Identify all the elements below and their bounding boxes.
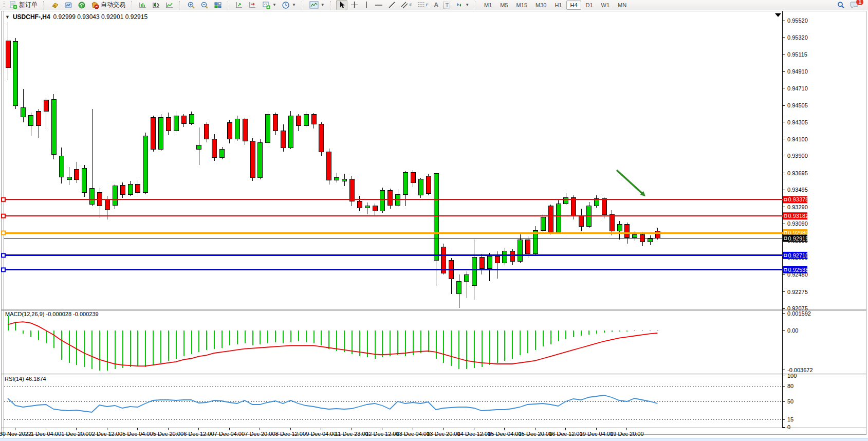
mt4-terminal: 新订单 xyxy=(0,0,868,441)
separator xyxy=(475,1,478,9)
line-chart-icon xyxy=(165,1,174,9)
svg-text:15: 15 xyxy=(787,416,793,422)
trendline-tool-button[interactable] xyxy=(386,0,398,10)
separator xyxy=(43,1,46,9)
chart-template-button[interactable]: ▼ xyxy=(307,0,327,10)
hline-handle[interactable] xyxy=(2,268,5,271)
rsi-indicator-label: RSI(14) 46.1874 xyxy=(5,376,46,382)
crosshair-tool-button[interactable] xyxy=(348,0,360,10)
timeframe-h1[interactable]: H1 xyxy=(551,1,565,10)
svg-text:13 Dec 04:00: 13 Dec 04:00 xyxy=(396,431,430,437)
bar-chart-button[interactable] xyxy=(137,0,149,10)
svg-text:15 Dec 20:00: 15 Dec 20:00 xyxy=(519,431,552,437)
svg-text:5 Dec 20:00: 5 Dec 20:00 xyxy=(153,431,183,437)
arrows-tool-button[interactable]: ▼ xyxy=(453,0,471,10)
svg-text:0.00: 0.00 xyxy=(787,327,798,334)
bar-chart-icon xyxy=(139,1,147,9)
text-tool-button[interactable]: A xyxy=(432,0,440,10)
hline-handle[interactable] xyxy=(2,231,5,235)
timeframe-m15[interactable]: M15 xyxy=(513,1,531,10)
svg-text:0.93290: 0.93290 xyxy=(787,204,808,210)
fibonacci-sub-label: F xyxy=(426,3,429,7)
annotation-arrow[interactable] xyxy=(617,170,645,196)
svg-text:6 Dec 12:00: 6 Dec 12:00 xyxy=(183,431,214,437)
auto-scroll-button[interactable] xyxy=(233,0,246,10)
svg-text:11 Dec 23:00: 11 Dec 23:00 xyxy=(335,431,368,437)
new-chart-button[interactable]: ▼ xyxy=(260,0,279,10)
timeframe-h4[interactable]: H4 xyxy=(566,1,581,10)
text-tool-icon: A xyxy=(434,1,438,9)
cursor-tool-button[interactable] xyxy=(336,0,347,10)
scroll-to-end-marker xyxy=(775,13,781,17)
svg-text:19 Dec 04:00: 19 Dec 04:00 xyxy=(580,431,613,437)
svg-text:8 Dec 12:00: 8 Dec 12:00 xyxy=(275,431,306,437)
autotrade-icon xyxy=(91,1,99,9)
time-axis: 30 Nov 20221 Dec 04:001 Dec 20:002 Dec 1… xyxy=(0,428,644,437)
text-label-tool-icon: T xyxy=(444,2,450,9)
svg-text:0.92275: 0.92275 xyxy=(787,289,808,295)
timeframe-d1[interactable]: D1 xyxy=(582,1,597,10)
candlesticks xyxy=(6,22,660,308)
timeframe-mn[interactable]: MN xyxy=(614,1,630,10)
equidistant-channel-icon xyxy=(401,1,409,9)
market-watch-button[interactable] xyxy=(49,0,61,10)
svg-text:0.94710: 0.94710 xyxy=(787,85,808,91)
line-chart-button[interactable] xyxy=(163,0,176,10)
channel-tool-button[interactable]: E xyxy=(399,0,414,10)
svg-text:0.94505: 0.94505 xyxy=(787,102,808,108)
hline-handle[interactable] xyxy=(2,253,5,257)
svg-text:80: 80 xyxy=(787,383,793,389)
cursor-icon xyxy=(338,1,345,9)
svg-text:7 Dec 04:00: 7 Dec 04:00 xyxy=(214,431,245,437)
arrows-icon xyxy=(455,1,463,9)
timeframe-w1[interactable]: W1 xyxy=(598,1,614,10)
crosshair-icon xyxy=(350,1,358,9)
candlestick-chart-button[interactable] xyxy=(150,0,162,10)
hline-handle[interactable] xyxy=(2,214,5,218)
hline-handle[interactable] xyxy=(2,198,5,201)
search-button[interactable] xyxy=(835,0,847,10)
data-window-icon xyxy=(64,1,72,9)
svg-text:0.001592: 0.001592 xyxy=(787,310,811,317)
vertical-line-tool-button[interactable] xyxy=(361,0,372,10)
chart-shift-button[interactable] xyxy=(247,0,259,10)
fibonacci-tool-button[interactable]: F xyxy=(415,0,431,10)
zoom-in-button[interactable] xyxy=(185,0,197,10)
svg-text:0.93182: 0.93182 xyxy=(788,213,809,219)
notifications-button[interactable]: 1 xyxy=(848,0,861,10)
horizontal-lines[interactable]: 0.933780.931820.929800.929150.927100.925… xyxy=(2,196,808,273)
new-order-label: 新订单 xyxy=(19,1,38,9)
chevron-down-icon: ▼ xyxy=(272,3,276,7)
text-label-tool-button[interactable]: T xyxy=(441,0,452,10)
svg-text:0.92710: 0.92710 xyxy=(788,252,809,259)
toolbar: 新订单 xyxy=(0,0,868,10)
autotrade-button[interactable]: 自动交易 xyxy=(89,0,127,10)
timeframe-m30[interactable]: M30 xyxy=(532,1,550,10)
navigator-button[interactable] xyxy=(76,0,88,10)
chevron-down-icon: ▼ xyxy=(465,3,469,7)
timeframe-m5[interactable]: M5 xyxy=(496,1,511,10)
svg-text:0.94100: 0.94100 xyxy=(787,136,808,142)
svg-text:100: 100 xyxy=(787,373,797,379)
tile-windows-button[interactable] xyxy=(212,0,224,10)
zoom-out-button[interactable] xyxy=(198,0,211,10)
svg-text:0.95320: 0.95320 xyxy=(787,34,808,41)
rsi-pane: 1008050150 xyxy=(4,373,797,430)
separator xyxy=(179,1,182,9)
toolbar-grip[interactable] xyxy=(3,2,5,9)
svg-text:2 Dec 12:00: 2 Dec 12:00 xyxy=(92,431,122,437)
data-window-button[interactable] xyxy=(62,0,75,10)
candlestick-chart-icon xyxy=(152,1,160,9)
horizontal-line-tool-button[interactable] xyxy=(373,0,385,10)
timeframe-m1[interactable]: M1 xyxy=(481,1,495,10)
periods-button[interactable]: ▼ xyxy=(280,0,298,10)
tile-windows-icon xyxy=(214,1,222,9)
macd-indicator-label: MACD(12,26,9) -0.000028 -0.000239 xyxy=(5,311,99,317)
separator xyxy=(131,1,134,9)
svg-text:0.94305: 0.94305 xyxy=(787,119,808,125)
symbol-dropdown-icon[interactable]: ▼ xyxy=(5,14,10,20)
chart-svg[interactable]: 0.955200.953200.951150.949100.947100.945… xyxy=(0,11,868,441)
new-chart-icon xyxy=(262,1,270,9)
new-order-button[interactable]: 新订单 xyxy=(7,0,40,10)
svg-text:16 Dec 12:00: 16 Dec 12:00 xyxy=(549,431,582,437)
